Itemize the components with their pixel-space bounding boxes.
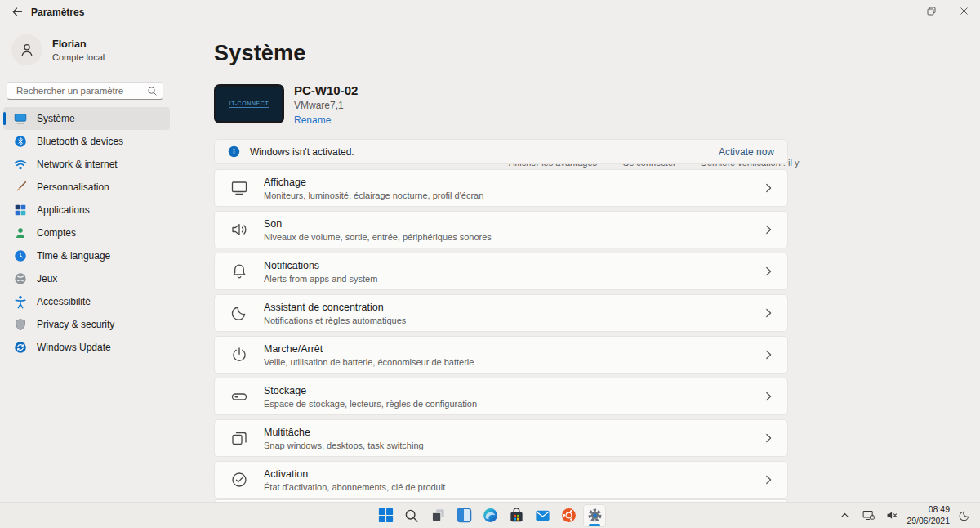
microsoft-store-icon: [508, 507, 525, 524]
settings-gear-icon: [586, 507, 604, 524]
row-title: Multitâche: [264, 427, 763, 438]
mail-icon: [534, 507, 551, 524]
row-stockage[interactable]: Stockage Espace de stockage, lecteurs, r…: [214, 378, 788, 415]
row-title: Notifications: [264, 260, 763, 271]
row-title: Activation: [264, 468, 763, 480]
device-screen-text: IT-CONNECT: [229, 101, 270, 108]
minimize-button[interactable]: [882, 0, 915, 21]
wifi-icon: [13, 157, 28, 172]
page-title: Système: [214, 41, 305, 66]
row-assistant-concentration[interactable]: Assistant de concentration Notifications…: [214, 294, 788, 332]
sidebar-item-label: Time & language: [37, 250, 110, 262]
sidebar-item-bluetooth-devices[interactable]: Bluetooth & devices: [3, 130, 170, 153]
row-subtitle: Moniteurs, luminosité, éclairage nocturn…: [264, 190, 763, 200]
sound-icon: [229, 220, 249, 239]
sidebar-item-time-language[interactable]: Time & language: [3, 244, 170, 267]
store-button[interactable]: [505, 504, 528, 527]
sidebar-item-accessibilite[interactable]: Accessibilité: [3, 290, 170, 313]
moon-icon: [229, 303, 249, 323]
row-title: Stockage: [264, 385, 763, 396]
chevron-right-icon: [763, 474, 774, 485]
system-tray: 08:49 29/06/2021: [835, 503, 973, 528]
row-title: Assistant de concentration: [264, 302, 763, 313]
restore-button[interactable]: [915, 0, 947, 21]
sidebar-nav: Système Bluetooth & devices Network & in…: [3, 107, 170, 359]
row-activation[interactable]: Activation État d'activation, abonnement…: [214, 461, 788, 499]
person-icon: [18, 41, 36, 59]
sidebar-item-jeux[interactable]: Jeux: [3, 267, 170, 290]
row-subtitle: Alerts from apps and system: [264, 274, 763, 284]
sidebar-item-network-internet[interactable]: Network & internet: [3, 153, 170, 176]
row-marche-arret[interactable]: Marche/Arrêt Veille, utilisation de batt…: [214, 336, 788, 374]
clock-time: 08:49: [906, 504, 950, 516]
volume-muted-icon: [885, 508, 899, 522]
taskbar: 08:49 29/06/2021: [0, 502, 980, 528]
bluetooth-icon: [13, 134, 28, 149]
shield-icon: [13, 317, 28, 332]
search-input[interactable]: [15, 85, 147, 96]
search-box[interactable]: [7, 82, 163, 100]
widgets-button[interactable]: [452, 504, 475, 527]
device-screen: IT-CONNECT: [216, 87, 282, 121]
device-name: PC-W10-02: [294, 83, 358, 97]
main-content: Système IT-CONNECT PC-W10-02 VMware7,1 R…: [214, 23, 788, 502]
sidebar-item-privacy-security[interactable]: Privacy & security: [3, 313, 170, 336]
user-name: Florian: [52, 38, 105, 51]
games-icon: [13, 271, 28, 286]
sidebar-item-applications[interactable]: Applications: [3, 199, 170, 221]
ubuntu-button[interactable]: [557, 504, 580, 527]
tray-overflow-button[interactable]: [835, 505, 853, 526]
sidebar-item-systeme[interactable]: Système: [3, 107, 170, 130]
sidebar-item-personnalisation[interactable]: Personnalisation: [3, 176, 170, 199]
back-arrow-icon: [11, 6, 24, 18]
activate-now-link[interactable]: Activate now: [719, 146, 774, 158]
task-view-button[interactable]: [426, 504, 449, 527]
sidebar-item-label: Comptes: [37, 227, 76, 239]
chevron-right-icon: [763, 391, 774, 402]
titlebar: Paramètres: [0, 0, 980, 23]
row-subtitle: Niveaux de volume, sortie, entrée, périp…: [264, 232, 763, 242]
chevron-right-icon: [763, 349, 774, 360]
row-subtitle: Notifications et règles automatiques: [264, 315, 763, 325]
crescent-moon-icon: [958, 509, 971, 522]
edge-icon: [482, 507, 499, 524]
sidebar-item-label: Bluetooth & devices: [37, 136, 123, 147]
window-controls: [882, 0, 980, 21]
search-icon: [147, 86, 158, 96]
row-subtitle: Veille, utilisation de batterie, économi…: [264, 357, 763, 367]
time-language-icon: [13, 248, 28, 263]
start-button[interactable]: [374, 504, 397, 527]
accessibility-icon: [13, 294, 28, 309]
user-profile[interactable]: Florian Compte local: [11, 34, 105, 65]
row-notifications[interactable]: Notifications Alerts from apps and syste…: [214, 253, 788, 290]
taskbar-clock[interactable]: 08:49 29/06/2021: [906, 504, 950, 526]
row-affichage[interactable]: Affichage Moniteurs, luminosité, éclaira…: [214, 169, 788, 207]
volume-tray-button[interactable]: [883, 505, 901, 526]
taskbar-apps: [374, 503, 606, 528]
sidebar-item-windows-update[interactable]: Windows Update: [3, 336, 170, 359]
close-button[interactable]: [947, 0, 980, 21]
rename-link[interactable]: Rename: [294, 114, 358, 126]
mail-button[interactable]: [531, 504, 554, 527]
activation-banner: Windows isn't activated. Activate now: [214, 139, 788, 164]
multitask-icon: [229, 428, 249, 448]
row-title: Son: [264, 218, 763, 230]
sidebar-item-label: Accessibilité: [37, 296, 91, 307]
network-tray-button[interactable]: [859, 505, 877, 526]
row-multitache[interactable]: Multitâche Snap windows, desktops, task …: [214, 419, 788, 457]
ubuntu-icon: [560, 507, 577, 524]
focus-assist-button[interactable]: [956, 505, 973, 526]
settings-button[interactable]: [583, 504, 606, 527]
search-button[interactable]: [400, 504, 423, 527]
device-model: VMware7,1: [294, 100, 358, 111]
row-son[interactable]: Son Niveaux de volume, sortie, entrée, p…: [214, 211, 788, 248]
back-button[interactable]: [7, 2, 28, 21]
user-info: Florian Compte local: [52, 38, 105, 62]
brush-icon: [13, 180, 28, 195]
task-view-icon: [430, 507, 447, 524]
sidebar-item-comptes[interactable]: Comptes: [3, 221, 170, 244]
chevron-right-icon: [763, 224, 774, 235]
edge-button[interactable]: [479, 504, 501, 527]
close-icon: [960, 7, 969, 16]
sidebar-item-label: Network & internet: [37, 159, 118, 170]
